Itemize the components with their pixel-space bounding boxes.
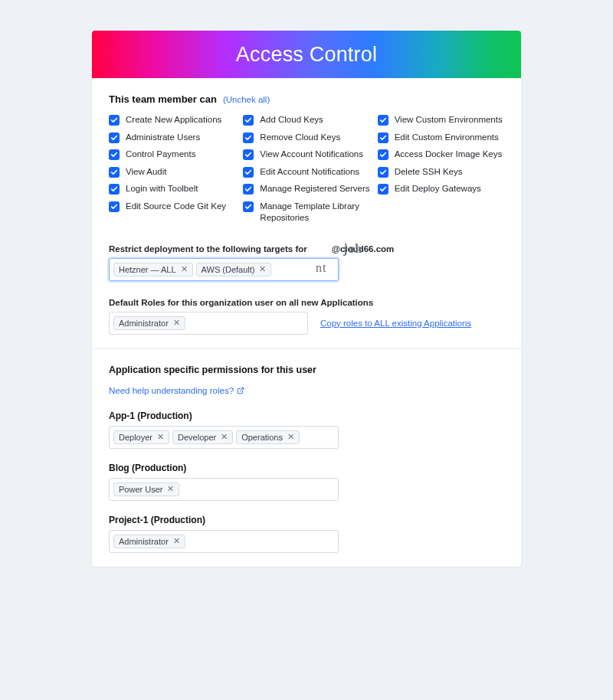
tag-label: Deployer bbox=[119, 433, 152, 442]
app-permissions-section: Application specific permissions for thi… bbox=[92, 348, 521, 567]
permission-item: Manage Registered Servers bbox=[243, 183, 369, 195]
tag: Power User✕ bbox=[113, 482, 179, 496]
permissions-heading: This team member can bbox=[109, 93, 217, 105]
permission-checkbox[interactable] bbox=[109, 132, 120, 143]
permission-checkbox[interactable] bbox=[109, 201, 120, 212]
permission-checkbox[interactable] bbox=[243, 132, 254, 143]
permission-label: Access Docker Image Keys bbox=[395, 149, 503, 161]
permission-checkbox[interactable] bbox=[243, 201, 254, 212]
app-permission-block: Blog (Production)Power User✕ bbox=[109, 463, 504, 501]
tag: Deployer✕ bbox=[113, 430, 169, 444]
tag-label: Hetzner — ALL bbox=[119, 265, 176, 274]
permission-item: View Account Notifications bbox=[243, 149, 369, 161]
restrict-targets-label: Restrict deployment to the following tar… bbox=[109, 244, 504, 254]
help-roles-link[interactable]: Need help understanding roles? bbox=[109, 386, 244, 395]
permission-checkbox[interactable] bbox=[378, 167, 388, 178]
page-title: Access Control bbox=[236, 43, 377, 67]
permission-checkbox[interactable] bbox=[243, 149, 254, 160]
permission-label: Delete SSH Keys bbox=[395, 166, 463, 178]
permission-item: View Custom Environments bbox=[378, 114, 504, 126]
permission-item: Edit Deploy Gateways bbox=[378, 183, 504, 195]
app-name: Blog (Production) bbox=[109, 463, 504, 473]
permissions-grid: Create New ApplicationsAdministrate User… bbox=[109, 114, 504, 224]
permission-item: Control Payments bbox=[109, 149, 235, 161]
permission-item: Remove Cloud Keys bbox=[243, 132, 369, 144]
permission-label: Administrate Users bbox=[126, 132, 200, 144]
permission-item: Add Cloud Keys bbox=[243, 114, 369, 126]
permission-item: Edit Custom Environments bbox=[378, 132, 504, 144]
tag: Hetzner — ALL✕ bbox=[113, 263, 193, 276]
app-name: Project-1 (Production) bbox=[109, 515, 504, 525]
permission-checkbox[interactable] bbox=[243, 184, 254, 195]
app-permission-block: Project-1 (Production)Administrator✕ bbox=[109, 515, 504, 553]
tag: Administrator✕ bbox=[113, 535, 185, 548]
permission-label: View Audit bbox=[126, 166, 167, 178]
permission-label: Add Cloud Keys bbox=[260, 114, 323, 126]
app-roles-input[interactable]: Administrator✕ bbox=[109, 530, 339, 553]
permission-item: Edit Account Notifications bbox=[243, 166, 369, 178]
app-permissions-heading: Application specific permissions for thi… bbox=[109, 365, 504, 375]
copy-roles-link[interactable]: Copy roles to ALL existing Applications bbox=[320, 319, 471, 328]
tag-remove-icon[interactable]: ✕ bbox=[181, 265, 188, 273]
permission-item: Login with Toolbelt bbox=[109, 183, 235, 195]
tag-remove-icon[interactable]: ✕ bbox=[157, 433, 164, 441]
default-roles-input[interactable]: Administrator✕ bbox=[109, 312, 308, 335]
permission-label: View Custom Environments bbox=[395, 114, 503, 126]
tag-label: Operations bbox=[241, 433, 283, 442]
permission-item: Access Docker Image Keys bbox=[378, 149, 504, 161]
tag-remove-icon[interactable]: ✕ bbox=[287, 433, 294, 441]
app-name: App-1 (Production) bbox=[109, 411, 504, 421]
permission-checkbox[interactable] bbox=[378, 132, 388, 143]
permission-checkbox[interactable] bbox=[378, 184, 388, 195]
app-roles-input[interactable]: Power User✕ bbox=[109, 478, 339, 501]
permission-checkbox[interactable] bbox=[109, 167, 120, 178]
permission-label: View Account Notifications bbox=[260, 149, 363, 161]
permission-checkbox[interactable] bbox=[243, 115, 254, 126]
permission-checkbox[interactable] bbox=[109, 184, 120, 195]
tag-remove-icon[interactable]: ✕ bbox=[173, 319, 180, 327]
access-control-panel: Access Control This team member can Unch… bbox=[92, 31, 521, 567]
tag-remove-icon[interactable]: ✕ bbox=[259, 265, 266, 273]
app-roles-input[interactable]: Deployer✕Developer✕Operations✕ bbox=[109, 426, 339, 449]
permission-label: Edit Deploy Gateways bbox=[395, 183, 481, 195]
permission-item: View Audit bbox=[109, 166, 235, 178]
tag-label: Administrator bbox=[119, 319, 169, 328]
permission-checkbox[interactable] bbox=[109, 115, 120, 126]
permission-label: Login with Toolbelt bbox=[126, 183, 198, 195]
permission-checkbox[interactable] bbox=[378, 149, 388, 160]
tag-label: AWS (Default) bbox=[202, 265, 255, 274]
uncheck-all-link[interactable]: Unchek all bbox=[223, 95, 270, 104]
app-permission-block: App-1 (Production)Deployer✕Developer✕Ope… bbox=[109, 411, 504, 449]
permission-label: Edit Custom Environments bbox=[395, 132, 499, 144]
permission-checkbox[interactable] bbox=[109, 149, 120, 160]
permission-label: Control Payments bbox=[126, 149, 195, 161]
tag: Administrator✕ bbox=[113, 316, 185, 330]
permissions-section: This team member can Unchek all Create N… bbox=[92, 78, 521, 348]
tag-remove-icon[interactable]: ✕ bbox=[221, 433, 228, 441]
tag-label: Power User bbox=[119, 485, 162, 494]
permission-item: Edit Source Code Git Key bbox=[109, 201, 235, 213]
permission-label: Manage Registered Servers bbox=[260, 183, 369, 195]
tag-remove-icon[interactable]: ✕ bbox=[173, 537, 180, 545]
permission-checkbox[interactable] bbox=[378, 115, 388, 126]
tag: Developer✕ bbox=[172, 430, 233, 444]
permission-label: Manage Template Library Repositories bbox=[260, 201, 369, 224]
permission-label: Edit Account Notifications bbox=[260, 166, 359, 178]
permission-label: Edit Source Code Git Key bbox=[126, 201, 226, 213]
permission-checkbox[interactable] bbox=[243, 167, 254, 178]
permission-item: Administrate Users bbox=[109, 132, 235, 144]
external-link-icon bbox=[237, 387, 244, 394]
svg-line-0 bbox=[240, 388, 244, 391]
restrict-targets-input[interactable]: Hetzner — ALL✕AWS (Default)✕ bbox=[109, 258, 339, 281]
permission-item: Manage Template Library Repositories bbox=[243, 201, 369, 224]
permission-item: Create New Applications bbox=[109, 114, 235, 126]
permission-label: Remove Cloud Keys bbox=[260, 132, 340, 144]
tag-label: Developer bbox=[178, 433, 216, 442]
tag-label: Administrator bbox=[119, 537, 169, 546]
tag-remove-icon[interactable]: ✕ bbox=[167, 485, 174, 493]
permission-item: Delete SSH Keys bbox=[378, 166, 504, 178]
hero-banner: Access Control bbox=[92, 31, 521, 78]
tag: Operations✕ bbox=[236, 430, 300, 444]
default-roles-label: Default Roles for this organization user… bbox=[109, 298, 504, 307]
tag: AWS (Default)✕ bbox=[196, 263, 272, 276]
